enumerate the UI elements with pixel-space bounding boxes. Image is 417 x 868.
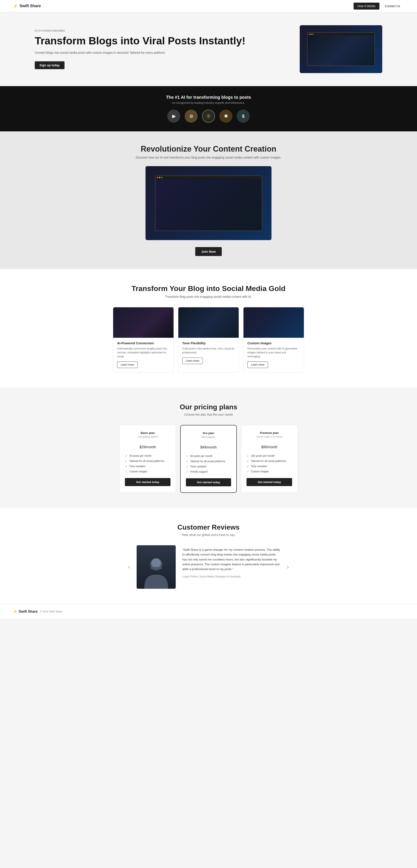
plan-basic-sublabel: Just getting started [125, 435, 171, 438]
plan-pro-price: $49/month [186, 441, 231, 451]
feature-card-ai-title: AI-Powered Conversion [117, 341, 170, 345]
review-container: ‹ "Swift Share is a game-changer for my … [126, 545, 291, 589]
plan-premium-sublabel: You've made it my friend [246, 435, 292, 438]
nav-brand: ⚡ Swift Share [13, 4, 41, 8]
plan-pro-feature-2: ✓Tailored for all social platforms [186, 460, 231, 463]
pricing-title: Our pricing plans [26, 403, 391, 411]
footer-copyright: © 2024 Swift Share [40, 610, 62, 613]
plan-premium-feature-1: ✓150 posts per month [246, 454, 292, 458]
pricing-card-premium: Premium plan You've made it my friend $9… [241, 425, 298, 493]
plan-basic-feature-4: ✗Custom images [125, 470, 171, 473]
feature-card-custom-desc: Personalize your content with AI-generat… [247, 347, 300, 359]
feature-card-custom-title: Custom Images [247, 341, 300, 345]
pricing-card-basic: Basic plan Just getting started $29/mont… [119, 425, 176, 493]
social-proof-subtitle: As recognized by leading industry expert… [13, 101, 404, 104]
hero-desc: Convert blogs into social media posts wi… [35, 50, 287, 55]
review-card: "Swift Share is a game-changer for my co… [137, 545, 280, 589]
logo-4: ❋ [219, 110, 232, 123]
navbar: ⚡ Swift Share How It Works Contact Us [0, 0, 417, 12]
footer-brand-icon: ⚡ [13, 610, 18, 614]
social-proof-logos: ▶ ⊙ ① ❋ $ [13, 110, 404, 123]
plan-basic-price: $29/month [125, 441, 171, 450]
learn-more-tone-button[interactable]: Learn more [182, 358, 203, 364]
svg-point-1 [151, 558, 161, 568]
revolutionize-image [145, 166, 272, 240]
review-content: "Swift Share is a game-changer for my co… [182, 545, 280, 589]
feature-card-tone: Tone Flexibility Craft posts in the perf… [178, 307, 239, 373]
plan-basic-features: ✓30 posts per month ✓Tailored for all so… [125, 454, 171, 473]
feature-card-tone-title: Tone Flexibility [182, 341, 235, 345]
nav-brand-icon: ⚡ [13, 4, 18, 8]
feature-card-ai-body: AI-Powered Conversion Automatically summ… [113, 341, 174, 368]
nav-contact-us[interactable]: Contact Us [381, 3, 404, 9]
transform-subtitle: Transform blog posts into engaging socia… [26, 295, 391, 299]
review-next-button[interactable]: › [285, 561, 291, 572]
plan-basic-label: Basic plan [125, 431, 171, 435]
plan-premium-feature-4: ✓Custom images [246, 470, 292, 473]
nav-links: How It Works Contact Us [354, 3, 404, 9]
nav-how-it-works[interactable]: How It Works [354, 3, 379, 9]
hero-cta-button[interactable]: Sign up today [35, 61, 65, 69]
pricing-cards: Basic plan Just getting started $29/mont… [26, 425, 391, 493]
logo-1: ▶ [167, 110, 180, 123]
hero-image [300, 25, 382, 73]
pricing-card-pro: Pro plan Most popular $49/month ✓60 post… [180, 425, 237, 493]
plan-pro-sublabel: Most popular [186, 436, 231, 438]
plan-pro-feature-3: ✓Tone variation [186, 465, 231, 468]
reviews-section: Customer Reviews Hear what our global us… [0, 508, 417, 604]
get-started-basic-button[interactable]: Get started today [125, 478, 171, 486]
get-started-premium-button[interactable]: Get started today [246, 478, 292, 486]
reviews-subtitle: Hear what our global users have to say. [26, 533, 391, 536]
feature-card-ai-powered: AI-Powered Conversion Automatically summ… [113, 307, 174, 373]
svg-rect-2 [151, 567, 162, 569]
review-quote: "Swift Share is a game-changer for my co… [182, 548, 280, 571]
revolutionize-title: Revolutionize Your Content Creation [35, 145, 382, 154]
reviewer-silhouette [142, 554, 170, 589]
nav-brand-name: Swift Share [20, 4, 41, 8]
hero-section: #1 on Content Automation Transform Blogs… [0, 12, 417, 86]
revolutionize-desc: Discover how our AI tool transforms your… [35, 156, 382, 159]
feature-card-custom-body: Custom Images Personalize your content w… [243, 341, 304, 368]
footer-brand: ⚡ Swift Share [13, 610, 38, 614]
plan-basic-feature-1: ✓30 posts per month [125, 454, 171, 458]
transform-title: Transform Your Blog into Social Media Go… [26, 284, 391, 293]
pricing-subtitle: Choose the plan that fits your needs [26, 413, 391, 416]
footer-brand-name: Swift Share [19, 610, 38, 614]
revolutionize-section: Revolutionize Your Content Creation Disc… [0, 131, 417, 269]
get-started-pro-button[interactable]: Get started today [186, 478, 231, 486]
plan-premium-feature-2: ✓Tailored for all social platforms [246, 459, 292, 463]
logo-3: ① [202, 110, 215, 123]
feature-card-ai-desc: Automatically summarize lengthy posts in… [117, 347, 170, 359]
feature-card-custom: Custom Images Personalize your content w… [243, 307, 304, 373]
plan-premium-features: ✓150 posts per month ✓Tailored for all s… [246, 454, 292, 473]
feature-cards: AI-Powered Conversion Automatically summ… [26, 307, 391, 373]
social-proof-title: The #1 AI for transforming blogs to post… [13, 95, 404, 100]
review-prev-button[interactable]: ‹ [126, 561, 132, 572]
transform-section: Transform Your Blog into Social Media Go… [0, 269, 417, 388]
plan-pro-feature-4: ✗Priority support [186, 470, 231, 473]
hero-badge: #1 on Content Automation [35, 29, 287, 32]
pricing-section: Our pricing plans Choose the plan that f… [0, 388, 417, 508]
footer: ⚡ Swift Share © 2024 Swift Share [0, 604, 417, 619]
social-proof-section: The #1 AI for transforming blogs to post… [0, 86, 417, 131]
learn-more-ai-button[interactable]: Learn more [117, 362, 138, 368]
join-now-button[interactable]: Join Now [195, 247, 222, 256]
hero-title: Transform Blogs into Viral Posts Instant… [35, 35, 287, 47]
feature-card-tone-body: Tone Flexibility Craft posts in the perf… [178, 341, 239, 364]
plan-basic-feature-3: ✓Tone variation [125, 465, 171, 468]
hero-content: #1 on Content Automation Transform Blogs… [35, 29, 287, 69]
plan-premium-feature-3: ✓Tone variation [246, 465, 292, 468]
learn-more-custom-button[interactable]: Learn more [247, 362, 268, 368]
plan-premium-label: Premium plan [246, 431, 292, 435]
reviews-title: Customer Reviews [26, 523, 391, 531]
plan-pro-label: Pro plan [186, 432, 231, 435]
plan-basic-feature-2: ✓Tailored for all social platforms [125, 459, 171, 463]
plan-pro-feature-1: ✓60 posts per month [186, 454, 231, 458]
plan-pro-features: ✓60 posts per month ✓Tailored for all so… [186, 454, 231, 473]
logo-5: $ [237, 110, 250, 123]
reviewer-name: Logan Parker, Social Media Strategist at… [182, 575, 280, 578]
plan-premium-price: $99/month [246, 441, 292, 450]
logo-2: ⊙ [185, 110, 198, 123]
reviewer-photo [137, 545, 176, 589]
feature-card-tone-desc: Craft posts in the perfect tone, from ca… [182, 347, 235, 354]
